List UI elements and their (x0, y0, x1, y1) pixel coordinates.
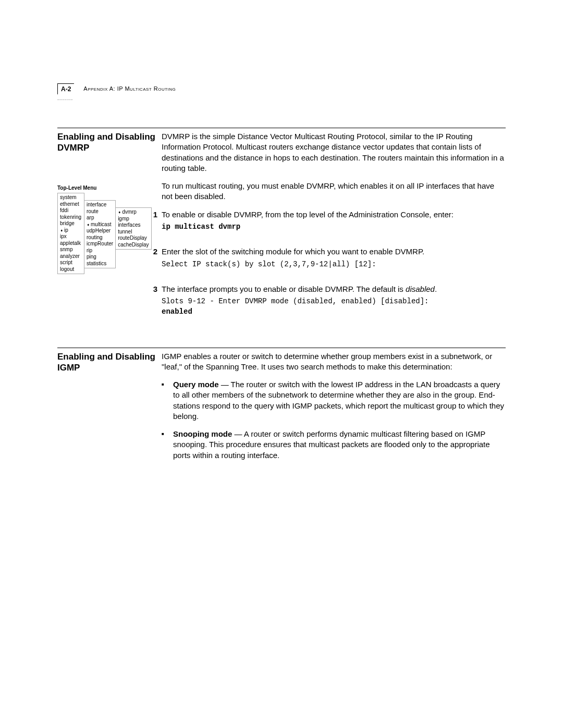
menu-item: rip (87, 248, 113, 254)
section-title: Enabling and Disabling IGMP (57, 351, 156, 374)
menu-item: routeDisplay (118, 235, 149, 242)
paragraph: IGMP enables a router or switch to deter… (162, 351, 506, 373)
menu-item: multicast (87, 221, 113, 228)
body-column: DVMRP is the simple Distance Vector Mult… (162, 131, 506, 332)
menu-item: statistics (87, 261, 113, 267)
step-body: The interface prompts you to enable or d… (162, 285, 406, 293)
default-value: disabled (406, 285, 435, 293)
menu-item: ping (87, 254, 113, 261)
page: A-2 Appendix A: IP Multicast Routing ...… (0, 0, 563, 728)
command: Select IP stack(s) by slot (2,3,7,9-12|a… (162, 260, 506, 270)
page-number: A-2 (57, 83, 74, 94)
bullet-label: Snooping mode (173, 429, 232, 438)
bullet-icon: ■ (162, 429, 169, 439)
menu-item: udpHelper (87, 228, 113, 235)
menu-columns: systemethernetfdditokenringbridgeipipxap… (57, 193, 156, 274)
bullet-label: Query mode (173, 380, 219, 389)
step-2: 2 Enter the slot of the switching module… (162, 246, 506, 277)
command: Slots 9-12 - Enter DVMRP mode (disabled,… (162, 297, 506, 317)
menu-item: interfaces (118, 222, 149, 229)
menu-item: appletalk (60, 240, 82, 247)
menu-item: igmp (118, 216, 149, 223)
menu-item: tunnel (118, 229, 149, 236)
menu-item: system (60, 194, 82, 201)
content: Enabling and Disabling DVMRP Top-Level M… (57, 128, 506, 468)
body-column: IGMP enables a router or switch to deter… (162, 351, 506, 468)
bullet-body: — The router or switch with the lowest I… (173, 380, 504, 421)
paragraph: DVMRP is the simple Distance Vector Mult… (162, 131, 506, 174)
section-igmp: Enabling and Disabling IGMP IGMP enables… (57, 348, 506, 468)
command: ip multicast dvmrp (162, 222, 506, 232)
bullet-list: ■ Query mode — The router or switch with… (162, 379, 506, 461)
step-body-end: . (435, 285, 437, 293)
step-body: Enter the slot of the switching module f… (162, 247, 424, 256)
bullet-icon: ■ (162, 379, 169, 390)
section-title: Enabling and Disabling DVMRP (57, 131, 156, 154)
step-text: Enter the slot of the switching module f… (162, 246, 506, 277)
menu-item: interface (87, 202, 113, 208)
bullet-text: Snooping mode — A router or switch perfo… (173, 429, 506, 461)
step-number: 3 (146, 284, 157, 294)
step-1: 1 To enable or disable DVMRP, from the t… (162, 209, 506, 240)
menu-item: snmp (60, 246, 82, 253)
step-body: To enable or disable DVMRP, from the top… (162, 210, 454, 219)
menu-item: tokenring (60, 214, 82, 221)
menu-item: ethernet (60, 201, 82, 208)
decorative-dots: ........ (57, 95, 73, 102)
page-header: A-2 Appendix A: IP Multicast Routing (57, 83, 506, 94)
step-text: To enable or disable DVMRP, from the top… (162, 209, 506, 240)
menu-item: script (60, 260, 82, 266)
step-number: 1 (146, 209, 157, 220)
menu-title: Top-Level Menu (57, 185, 156, 192)
menu-item: arp (87, 215, 113, 221)
appendix-title: Appendix A: IP Multicast Routing (83, 85, 176, 93)
section-dvmrp: Enabling and Disabling DVMRP Top-Level M… (57, 128, 506, 332)
menu-col-1: systemethernetfdditokenringbridgeipipxap… (57, 193, 84, 274)
prompt: Slots 9-12 - Enter DVMRP mode (disabled,… (162, 297, 433, 305)
step-3: 3 The interface prompts you to enable or… (162, 284, 506, 324)
side-column: Enabling and Disabling IGMP (57, 351, 162, 374)
list-item: ■ Query mode — The router or switch with… (162, 379, 506, 422)
menu-item: analyzer (60, 253, 82, 260)
menu-item: cacheDisplay (118, 242, 149, 249)
menu-item: routing (87, 235, 113, 241)
menu-item: route (87, 208, 113, 215)
menu-item: dvmrp (118, 209, 149, 216)
paragraph: To run multicast routing, you must enabl… (162, 181, 506, 202)
user-input: enabled (162, 307, 192, 316)
list-item: ■ Snooping mode — A router or switch per… (162, 429, 506, 461)
menu-item: icmpRouter (87, 241, 113, 248)
menu-item: ip (60, 227, 82, 234)
menu-item: ipx (60, 233, 82, 240)
step-number: 2 (146, 246, 157, 257)
menu-item: bridge (60, 220, 82, 227)
bullet-text: Query mode — The router or switch with t… (173, 379, 506, 422)
menu-col-2: interfaceroutearpmulticastudpHelperrouti… (84, 200, 116, 268)
step-text: The interface prompts you to enable or d… (162, 284, 506, 324)
top-level-menu: Top-Level Menu systemethernetfdditokenri… (57, 185, 156, 275)
menu-item: logout (60, 266, 82, 273)
menu-item: fddi (60, 207, 82, 214)
